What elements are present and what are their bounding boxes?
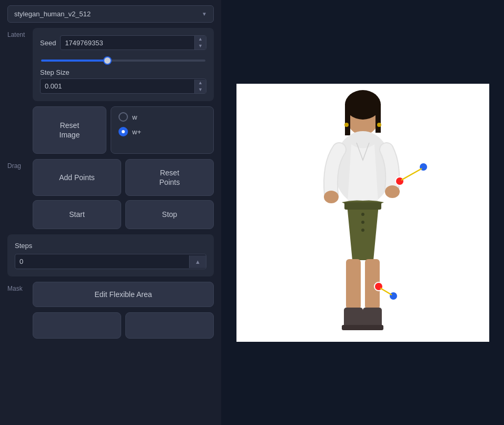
canvas-area (221, 0, 504, 425)
svg-point-8 (385, 185, 400, 198)
seed-decrement[interactable]: ▼ (195, 43, 206, 50)
svg-rect-16 (342, 325, 364, 330)
svg-point-20 (377, 123, 381, 127)
step-size-input-wrap: ▲ ▼ (40, 78, 206, 94)
mask-label: Mask (7, 282, 28, 292)
seed-slider[interactable] (41, 60, 205, 62)
svg-point-19 (344, 123, 349, 127)
start-button[interactable]: Start (33, 200, 121, 229)
reset-points-label: ResetPoints (160, 168, 180, 187)
svg-point-10 (361, 213, 364, 216)
mode-wplus-radio[interactable] (118, 127, 128, 136)
mode-w-label: w (132, 113, 137, 121)
seed-increment[interactable]: ▲ (195, 36, 206, 43)
seed-slider-wrap (40, 55, 206, 63)
seed-spinner: ▲ ▼ (194, 36, 206, 50)
step-size-decrement[interactable]: ▼ (195, 86, 206, 93)
steps-label: Steps (15, 242, 206, 250)
add-points-button[interactable]: Add Points (33, 159, 121, 196)
latent-label: Latent (7, 28, 28, 38)
reset-image-label: ResetImage (60, 121, 80, 140)
drag-point-red-1[interactable] (396, 177, 404, 185)
model-dropdown[interactable]: stylegan_human_v2_512 ▼ (7, 5, 214, 23)
mode-wplus-row[interactable]: w+ (118, 127, 206, 136)
edit-flexible-area-button[interactable]: Edit Flexible Area (33, 282, 214, 307)
svg-rect-9 (344, 202, 381, 210)
mode-panel: w w+ (111, 106, 214, 154)
mode-w-radio[interactable] (118, 112, 128, 122)
seed-label: Seed (40, 39, 56, 47)
extra-btn-1[interactable] (33, 312, 121, 339)
drag-label: Drag (7, 159, 28, 170)
step-size-increment[interactable]: ▲ (195, 80, 206, 86)
svg-rect-18 (361, 325, 383, 330)
steps-increment[interactable]: ▲ (189, 255, 206, 268)
svg-rect-13 (346, 259, 361, 309)
step-size-input[interactable] (41, 79, 194, 93)
image-container (236, 84, 489, 342)
seed-input-wrap: ▲ ▼ (60, 35, 206, 50)
mode-w-row[interactable]: w (118, 112, 206, 122)
steps-panel: Steps ▲ (7, 234, 214, 276)
reset-image-button[interactable]: ResetImage (33, 106, 106, 154)
svg-rect-4 (375, 104, 381, 133)
person-svg (236, 84, 489, 342)
svg-point-12 (361, 229, 364, 232)
drag-point-blue-2[interactable] (389, 292, 398, 300)
chevron-down-icon: ▼ (202, 11, 207, 17)
reset-points-button[interactable]: ResetPoints (125, 159, 214, 196)
stop-button[interactable]: Stop (125, 200, 214, 229)
svg-rect-3 (345, 104, 350, 135)
add-points-label: Add Points (59, 173, 95, 182)
seed-input[interactable] (61, 36, 194, 50)
extra-btn-2[interactable] (125, 312, 214, 339)
start-label: Start (69, 210, 85, 219)
mode-wplus-label: w+ (132, 128, 141, 136)
steps-input-wrap: ▲ (15, 254, 206, 269)
svg-point-7 (324, 191, 339, 203)
model-selected-label: stylegan_human_v2_512 (14, 10, 91, 18)
stop-label: Stop (162, 210, 177, 219)
step-size-label: Step Size (40, 68, 206, 76)
svg-point-11 (361, 221, 364, 224)
steps-input[interactable] (15, 254, 189, 269)
svg-point-2 (345, 90, 381, 120)
edit-flexible-area-label: Edit Flexible Area (95, 290, 152, 299)
